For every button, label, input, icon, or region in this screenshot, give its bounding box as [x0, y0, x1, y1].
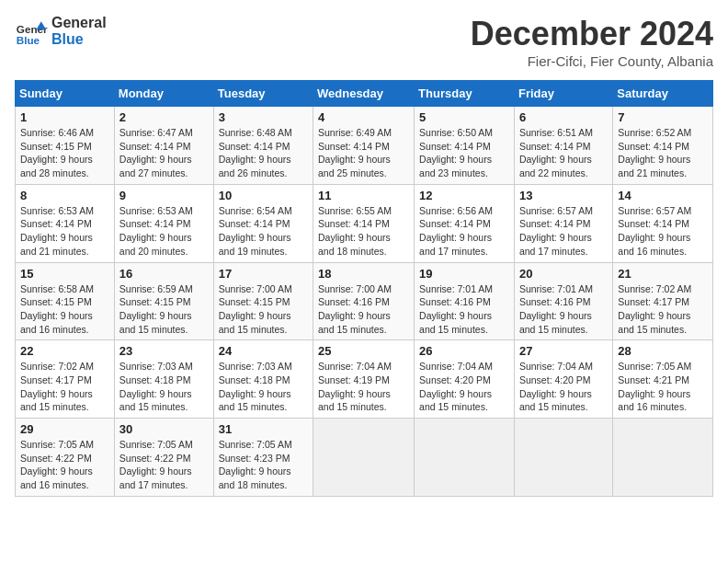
day-info: Sunrise: 7:02 AMSunset: 4:17 PMDaylight:… — [618, 282, 708, 337]
day-info: Sunrise: 6:47 AMSunset: 4:14 PMDaylight:… — [119, 126, 209, 180]
calendar-cell: 30Sunrise: 7:05 AMSunset: 4:22 PMDayligh… — [114, 419, 213, 497]
day-info: Sunrise: 6:57 AMSunset: 4:14 PMDaylight:… — [618, 204, 708, 259]
day-number: 17 — [219, 267, 308, 281]
day-number: 24 — [219, 344, 308, 358]
day-info: Sunrise: 7:05 AMSunset: 4:22 PMDaylight:… — [20, 438, 109, 492]
col-header-sunday: Sunday — [16, 81, 115, 107]
calendar-cell: 4Sunrise: 6:49 AMSunset: 4:14 PMDaylight… — [313, 107, 415, 185]
calendar-cell: 21Sunrise: 7:02 AMSunset: 4:17 PMDayligh… — [613, 262, 713, 340]
day-info: Sunrise: 6:57 AMSunset: 4:14 PMDaylight:… — [519, 204, 608, 259]
calendar-cell: 26Sunrise: 7:04 AMSunset: 4:20 PMDayligh… — [415, 340, 515, 419]
day-info: Sunrise: 6:54 AMSunset: 4:14 PMDaylight:… — [219, 204, 308, 259]
logo-blue: Blue — [51, 31, 107, 48]
day-number: 19 — [419, 267, 509, 281]
calendar-cell: 12Sunrise: 6:56 AMSunset: 4:14 PMDayligh… — [415, 184, 515, 262]
calendar-cell: 15Sunrise: 6:58 AMSunset: 4:15 PMDayligh… — [16, 262, 115, 340]
day-number: 26 — [419, 344, 509, 358]
calendar-cell: 31Sunrise: 7:05 AMSunset: 4:23 PMDayligh… — [213, 419, 313, 497]
day-number: 15 — [20, 267, 109, 281]
calendar-cell — [514, 419, 612, 497]
calendar-cell: 2Sunrise: 6:47 AMSunset: 4:14 PMDaylight… — [114, 107, 213, 185]
calendar-cell: 24Sunrise: 7:03 AMSunset: 4:18 PMDayligh… — [213, 340, 313, 419]
calendar-cell: 27Sunrise: 7:04 AMSunset: 4:20 PMDayligh… — [514, 340, 612, 419]
calendar-cell: 13Sunrise: 6:57 AMSunset: 4:14 PMDayligh… — [514, 184, 612, 262]
col-header-wednesday: Wednesday — [313, 81, 415, 107]
calendar-cell: 7Sunrise: 6:52 AMSunset: 4:14 PMDaylight… — [613, 107, 713, 185]
col-header-saturday: Saturday — [613, 81, 713, 107]
day-number: 6 — [519, 110, 608, 124]
day-info: Sunrise: 6:48 AMSunset: 4:14 PMDaylight:… — [219, 126, 308, 180]
day-number: 9 — [119, 189, 209, 202]
day-number: 22 — [20, 344, 109, 358]
calendar-cell: 9Sunrise: 6:53 AMSunset: 4:14 PMDaylight… — [114, 184, 213, 262]
day-number: 13 — [519, 189, 608, 202]
day-number: 29 — [20, 422, 109, 436]
day-info: Sunrise: 6:51 AMSunset: 4:14 PMDaylight:… — [519, 126, 608, 180]
day-info: Sunrise: 6:56 AMSunset: 4:14 PMDaylight:… — [419, 204, 509, 259]
logo-general: General — [51, 15, 107, 31]
day-info: Sunrise: 6:52 AMSunset: 4:14 PMDaylight:… — [618, 126, 708, 180]
day-number: 28 — [618, 344, 708, 358]
day-info: Sunrise: 7:00 AMSunset: 4:15 PMDaylight:… — [219, 282, 308, 337]
day-info: Sunrise: 7:04 AMSunset: 4:20 PMDaylight:… — [419, 360, 509, 414]
calendar-cell: 25Sunrise: 7:04 AMSunset: 4:19 PMDayligh… — [313, 340, 415, 419]
col-header-monday: Monday — [114, 81, 213, 107]
day-number: 2 — [119, 110, 209, 124]
calendar-cell: 17Sunrise: 7:00 AMSunset: 4:15 PMDayligh… — [213, 262, 313, 340]
title-block: December 2024 Fier-Cifci, Fier County, A… — [471, 15, 713, 69]
day-number: 5 — [419, 110, 509, 124]
day-info: Sunrise: 7:00 AMSunset: 4:16 PMDaylight:… — [318, 282, 409, 337]
day-info: Sunrise: 6:46 AMSunset: 4:15 PMDaylight:… — [20, 126, 109, 180]
day-number: 3 — [219, 110, 308, 124]
day-info: Sunrise: 6:59 AMSunset: 4:15 PMDaylight:… — [119, 282, 209, 337]
day-number: 12 — [419, 189, 509, 202]
day-number: 11 — [318, 189, 409, 202]
calendar-cell: 29Sunrise: 7:05 AMSunset: 4:22 PMDayligh… — [16, 419, 115, 497]
day-info: Sunrise: 7:05 AMSunset: 4:23 PMDaylight:… — [219, 438, 308, 492]
calendar-cell: 16Sunrise: 6:59 AMSunset: 4:15 PMDayligh… — [114, 262, 213, 340]
calendar-cell: 18Sunrise: 7:00 AMSunset: 4:16 PMDayligh… — [313, 262, 415, 340]
calendar-week-5: 29Sunrise: 7:05 AMSunset: 4:22 PMDayligh… — [16, 419, 713, 497]
day-number: 21 — [618, 267, 708, 281]
calendar-cell — [613, 419, 713, 497]
day-info: Sunrise: 6:50 AMSunset: 4:14 PMDaylight:… — [419, 126, 509, 180]
logo: General Blue General Blue — [15, 15, 107, 48]
day-number: 10 — [219, 189, 308, 202]
day-info: Sunrise: 7:04 AMSunset: 4:20 PMDaylight:… — [519, 360, 608, 414]
calendar-cell: 10Sunrise: 6:54 AMSunset: 4:14 PMDayligh… — [213, 184, 313, 262]
day-number: 7 — [618, 110, 708, 124]
day-info: Sunrise: 7:02 AMSunset: 4:17 PMDaylight:… — [20, 360, 109, 414]
day-info: Sunrise: 6:49 AMSunset: 4:14 PMDaylight:… — [318, 126, 409, 180]
calendar-table: SundayMondayTuesdayWednesdayThursdayFrid… — [15, 80, 713, 497]
calendar-cell: 1Sunrise: 6:46 AMSunset: 4:15 PMDaylight… — [16, 107, 115, 185]
calendar-cell: 23Sunrise: 7:03 AMSunset: 4:18 PMDayligh… — [114, 340, 213, 419]
day-number: 18 — [318, 267, 409, 281]
calendar-header-row: SundayMondayTuesdayWednesdayThursdayFrid… — [16, 81, 713, 107]
day-number: 20 — [519, 267, 608, 281]
calendar-cell: 14Sunrise: 6:57 AMSunset: 4:14 PMDayligh… — [613, 184, 713, 262]
day-info: Sunrise: 7:04 AMSunset: 4:19 PMDaylight:… — [318, 360, 409, 414]
calendar-cell: 28Sunrise: 7:05 AMSunset: 4:21 PMDayligh… — [613, 340, 713, 419]
day-info: Sunrise: 6:58 AMSunset: 4:15 PMDaylight:… — [20, 282, 109, 337]
day-info: Sunrise: 7:03 AMSunset: 4:18 PMDaylight:… — [119, 360, 209, 414]
calendar-week-2: 8Sunrise: 6:53 AMSunset: 4:14 PMDaylight… — [16, 184, 713, 262]
day-info: Sunrise: 6:53 AMSunset: 4:14 PMDaylight:… — [119, 204, 209, 259]
day-info: Sunrise: 7:01 AMSunset: 4:16 PMDaylight:… — [419, 282, 509, 337]
col-header-tuesday: Tuesday — [213, 81, 313, 107]
day-info: Sunrise: 7:05 AMSunset: 4:21 PMDaylight:… — [618, 360, 708, 414]
col-header-friday: Friday — [514, 81, 612, 107]
calendar-cell: 3Sunrise: 6:48 AMSunset: 4:14 PMDaylight… — [213, 107, 313, 185]
calendar-cell: 11Sunrise: 6:55 AMSunset: 4:14 PMDayligh… — [313, 184, 415, 262]
calendar-cell: 8Sunrise: 6:53 AMSunset: 4:14 PMDaylight… — [16, 184, 115, 262]
calendar-cell — [313, 419, 415, 497]
calendar-week-1: 1Sunrise: 6:46 AMSunset: 4:15 PMDaylight… — [16, 107, 713, 185]
logo-icon: General Blue — [15, 15, 48, 48]
day-number: 4 — [318, 110, 409, 124]
day-number: 16 — [119, 267, 209, 281]
calendar-week-3: 15Sunrise: 6:58 AMSunset: 4:15 PMDayligh… — [16, 262, 713, 340]
page-header: General Blue General Blue December 2024 … — [15, 15, 713, 69]
location: Fier-Cifci, Fier County, Albania — [471, 53, 713, 69]
day-number: 30 — [119, 422, 209, 436]
month-title: December 2024 — [471, 15, 713, 53]
day-number: 8 — [20, 189, 109, 202]
